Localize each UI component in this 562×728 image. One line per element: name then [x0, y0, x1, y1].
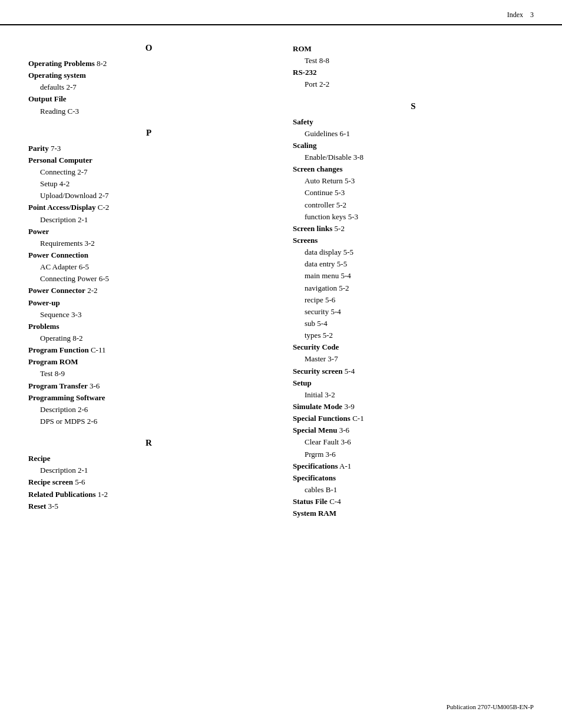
entry-sub-item: Description 2-1	[28, 465, 269, 476]
section-letter-p: P	[28, 128, 269, 138]
entry-sub-item: Requirements 3-2	[28, 238, 269, 249]
index-entry: Setup	[293, 377, 534, 389]
entry-sub-item: Enable/Disable 3-8	[293, 151, 534, 163]
entry-term: Point Access/Display	[28, 203, 95, 212]
index-entry: Power Connector 2-2	[28, 285, 269, 297]
index-entry: Scaling	[293, 140, 534, 151]
entry-term: Operating Problems	[28, 59, 95, 68]
header-page-number: 3	[530, 11, 534, 19]
index-entry: RS-232	[293, 67, 534, 78]
index-entry: Output File	[28, 93, 269, 105]
entry-term: Problems	[28, 322, 59, 331]
index-entry: Specificatons	[293, 472, 534, 484]
header-index-label: Index	[507, 11, 523, 19]
entry-sub-item: data entry 5-5	[293, 258, 534, 270]
index-entry: Safety	[293, 116, 534, 128]
page-header: Index 3	[0, 0, 562, 25]
entry-sub-item: Description 2-6	[28, 404, 269, 416]
right-column: ROMTest 8-8RS-232Port 2-2SSafetyGuidelin…	[281, 43, 534, 519]
index-entry: Power-up	[28, 297, 269, 309]
entry-term: Safety	[293, 117, 313, 126]
entry-sub-item: Connecting Power 6-5	[28, 273, 269, 285]
entry-sub-item: function keys 5-3	[293, 211, 534, 223]
entry-term: Reset	[28, 502, 46, 510]
entry-term: Operating system	[28, 71, 86, 80]
entry-term: Screens	[293, 236, 318, 245]
entry-ref: 5-4	[343, 367, 355, 375]
entry-term: Parity	[28, 144, 49, 153]
entry-sub-item: navigation 5-2	[293, 282, 534, 294]
entry-sub-item: data display 5-5	[293, 246, 534, 258]
index-entry: Security screen 5-4	[293, 365, 534, 377]
entry-sub-item: controller 5-2	[293, 199, 534, 211]
index-entry: Specifications A-1	[293, 460, 534, 472]
entry-ref: 5-6	[73, 477, 85, 486]
entry-term: Power	[28, 227, 49, 236]
page-footer: Publication 2707-UM005B-EN-P	[447, 703, 534, 710]
entry-sub-item: defaults 2-7	[28, 81, 269, 93]
entry-sub-item: Auto Return 5-3	[293, 175, 534, 187]
entry-sub-item: main menu 5-4	[293, 270, 534, 282]
entry-term: Programming Software	[28, 393, 105, 402]
index-entry: Program ROM	[28, 356, 269, 368]
entry-sub-item: Guidelines 6-1	[293, 128, 534, 140]
entry-term: RS-232	[293, 68, 316, 77]
entry-ref: C-2	[95, 203, 109, 212]
index-entry: System RAM	[293, 508, 534, 519]
index-entry: Operating Problems 8-2	[28, 58, 269, 70]
entry-sub-item: Prgrm 3-6	[293, 449, 534, 460]
entry-term: Scaling	[293, 141, 316, 150]
entry-ref: 7-3	[49, 144, 61, 153]
entry-term: Related Publications	[28, 490, 95, 499]
entry-ref: C-4	[328, 497, 341, 506]
entry-ref: 1-2	[95, 490, 108, 499]
entry-term: Simulate Mode	[293, 402, 342, 411]
entry-term: Specifications	[293, 462, 338, 470]
index-entry: Simulate Mode 3-9	[293, 401, 534, 413]
entry-term: Recipe screen	[28, 477, 73, 486]
header-index-page: Index 3	[507, 11, 534, 19]
entry-term: Special Menu	[293, 426, 337, 434]
index-entry: Program Transfer 3-6	[28, 380, 269, 392]
index-entry: Recipe screen 5-6	[28, 476, 269, 488]
entry-term: Security screen	[293, 367, 343, 375]
entry-sub-item: security 5-4	[293, 306, 534, 318]
index-entry: Recipe	[28, 453, 269, 465]
entry-sub-item: recipe 5-6	[293, 294, 534, 306]
entry-sub-item: types 5-2	[293, 330, 534, 341]
entry-sub-item: cables B-1	[293, 484, 534, 496]
section-letter-r: R	[28, 438, 269, 448]
entry-term: System RAM	[293, 509, 336, 518]
entry-sub-item: Upload/Download 2-7	[28, 190, 269, 202]
entry-sub-item: DPS or MDPS 2-6	[28, 416, 269, 427]
index-entry: Special Functions C-1	[293, 413, 534, 424]
entry-sub-item: Operating 8-2	[28, 332, 269, 344]
entry-sub-item: Master 3-7	[293, 353, 534, 365]
entry-sub-item: Continue 5-3	[293, 187, 534, 199]
index-entry: Problems	[28, 321, 269, 332]
entry-term: Recipe	[28, 454, 51, 463]
index-entry: Screen changes	[293, 163, 534, 175]
index-entry: Power Connection	[28, 249, 269, 261]
entry-sub-item: Description 2-1	[28, 214, 269, 226]
entry-term: Screen changes	[293, 164, 343, 173]
index-content: OOperating Problems 8-2Operating systemd…	[0, 25, 562, 543]
entry-term: Program Function	[28, 345, 89, 354]
section-letter-o: O	[28, 43, 269, 53]
index-entry: Screen links 5-2	[293, 223, 534, 235]
entry-term: Power Connector	[28, 286, 85, 295]
entry-term: Program Transfer	[28, 381, 88, 390]
index-entry: Screens	[293, 235, 534, 246]
entry-ref: 3-6	[88, 381, 100, 390]
entry-sub-item: sub 5-4	[293, 318, 534, 330]
index-entry: Personal Computer	[28, 154, 269, 166]
index-entry: Operating system	[28, 70, 269, 81]
entry-ref: 3-5	[46, 502, 58, 510]
index-entry: Parity 7-3	[28, 143, 269, 154]
entry-sub-item: Sequence 3-3	[28, 309, 269, 321]
index-entry: Program Function C-11	[28, 344, 269, 356]
index-entry: Special Menu 3-6	[293, 424, 534, 436]
entry-term: Power Connection	[28, 251, 88, 259]
entry-ref: 5-2	[332, 224, 345, 233]
publication-label: Publication 2707-UM005B-EN-P	[447, 703, 534, 710]
